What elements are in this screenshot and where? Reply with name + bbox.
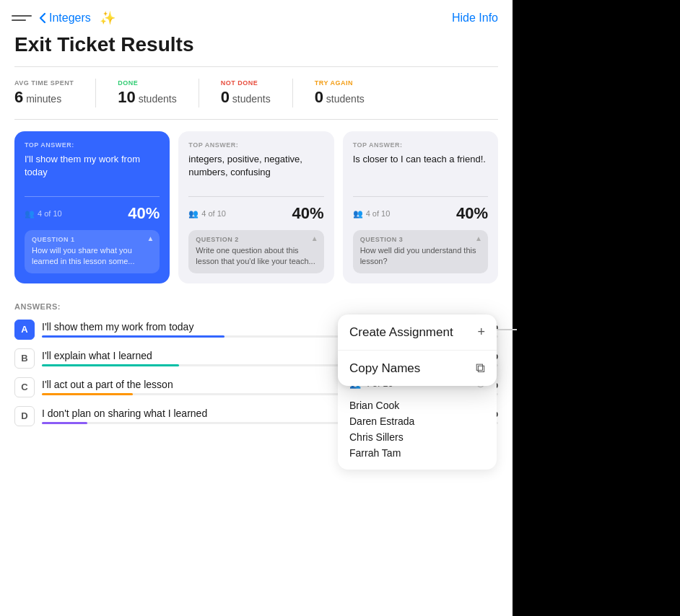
card-1-top-label: TOP ANSWER: bbox=[25, 141, 160, 149]
card-3-stats: 👥 4 of 10 40% bbox=[353, 204, 488, 223]
answer-bar-d bbox=[42, 422, 87, 424]
stat-divider-2 bbox=[199, 79, 199, 107]
card-3-top-label: TOP ANSWER: bbox=[353, 141, 488, 149]
stat-notdone-unit: students bbox=[230, 93, 271, 105]
stat-done: DONE 10 students bbox=[118, 79, 176, 107]
stat-tryagain-unit: students bbox=[323, 93, 365, 105]
card-3-question[interactable]: QUESTION 3 How well did you understand t… bbox=[353, 230, 488, 273]
sparkle-icon: ✨ bbox=[100, 10, 115, 26]
stat-divider-3 bbox=[292, 79, 293, 107]
top-bar-left: Integers ✨ bbox=[12, 10, 115, 26]
card-3-q-label: QUESTION 3 bbox=[360, 236, 481, 243]
answer-bar-c bbox=[42, 393, 133, 395]
card-2-divider bbox=[188, 196, 323, 197]
card-2-top-label: TOP ANSWER: bbox=[188, 141, 323, 149]
top-bar: Integers ✨ Hide Info bbox=[0, 0, 513, 33]
stat-done-value: 10 bbox=[118, 88, 135, 106]
card-1-q-text: How will you share what you learned in t… bbox=[32, 245, 152, 268]
card-2-q-text: Write one question about this lesson tha… bbox=[196, 245, 316, 268]
copy-names-button[interactable]: Copy Names ⧉ bbox=[338, 351, 497, 386]
answer-letter-d: D bbox=[14, 406, 35, 426]
chevron-up-icon-3: ▲ bbox=[475, 234, 482, 242]
answer-letter-b: B bbox=[14, 348, 35, 369]
answer-card-2[interactable]: TOP ANSWER: integers, positive, negative… bbox=[178, 131, 334, 283]
card-2-answer-text: integers, positive, negative, numbers, c… bbox=[188, 153, 323, 189]
stats-row: AVG TIME SPENT 6 minutes DONE 10 student… bbox=[0, 67, 513, 119]
card-2-q-label: QUESTION 2 bbox=[196, 236, 316, 243]
student-name-2: Daren Estrada bbox=[349, 413, 485, 429]
page-title: Exit Ticket Results bbox=[0, 33, 513, 66]
stat-notdone-label: NOT DONE bbox=[221, 79, 271, 87]
create-assignment-label: Create Assignment bbox=[349, 325, 453, 340]
student-name-4: Farrah Tam bbox=[349, 445, 485, 461]
card-2-count: 👥 4 of 10 bbox=[188, 209, 226, 219]
student-name-3: Chris Sillers bbox=[349, 429, 485, 445]
stat-try-again: TRY AGAIN 0 students bbox=[315, 79, 365, 107]
answer-letter-c: C bbox=[14, 377, 35, 397]
card-3-percent: 40% bbox=[456, 204, 488, 223]
card-1-divider bbox=[25, 196, 160, 197]
answer-text-a: I'll show them my work from today bbox=[42, 321, 193, 333]
answer-bar-b bbox=[42, 364, 179, 366]
answer-bar-a bbox=[42, 335, 225, 338]
card-3-count: 👥 4 of 10 bbox=[353, 209, 391, 219]
popup-arrow bbox=[497, 329, 517, 330]
answer-card-3[interactable]: TOP ANSWER: Is closer to I can teach a f… bbox=[343, 131, 498, 283]
copy-icon: ⧉ bbox=[476, 361, 485, 376]
stat-avg-value: 6 bbox=[14, 88, 23, 106]
chevron-up-icon-2: ▲ bbox=[311, 234, 318, 242]
hide-info-button[interactable]: Hide Info bbox=[452, 12, 498, 25]
create-assignment-button[interactable]: Create Assignment + bbox=[338, 314, 497, 351]
answer-card-1[interactable]: TOP ANSWER: I'll show them my work from … bbox=[14, 131, 170, 283]
card-1-count: 👥 4 of 10 bbox=[25, 209, 62, 219]
people-icon-2: 👥 bbox=[188, 209, 199, 219]
answer-letter-a: A bbox=[14, 320, 35, 340]
nav-back-label: Integers bbox=[49, 12, 91, 25]
stat-divider-1 bbox=[95, 79, 96, 107]
card-3-divider bbox=[353, 196, 488, 197]
stat-not-done: NOT DONE 0 students bbox=[221, 79, 271, 107]
card-1-stats: 👥 4 of 10 40% bbox=[25, 204, 160, 223]
stat-avg-unit: minutes bbox=[23, 93, 61, 105]
stat-notdone-value: 0 bbox=[221, 88, 230, 106]
student-name-1: Brian Cook bbox=[349, 397, 485, 413]
nav-back-button[interactable]: Integers bbox=[39, 12, 91, 25]
plus-icon: + bbox=[477, 325, 485, 340]
card-2-question[interactable]: QUESTION 2 Write one question about this… bbox=[188, 230, 323, 273]
stat-avg-label: AVG TIME SPENT bbox=[14, 79, 74, 87]
card-2-percent: 40% bbox=[292, 204, 324, 223]
stat-avg-time: AVG TIME SPENT 6 minutes bbox=[14, 79, 74, 107]
stat-tryagain-label: TRY AGAIN bbox=[315, 79, 365, 87]
card-2-stats: 👥 4 of 10 40% bbox=[188, 204, 323, 223]
card-1-question[interactable]: QUESTION 1 How will you share what you l… bbox=[25, 230, 160, 273]
copy-names-label: Copy Names bbox=[349, 361, 420, 376]
chevron-up-icon-1: ▲ bbox=[147, 234, 154, 242]
people-icon-1: 👥 bbox=[25, 209, 35, 219]
people-icon-3: 👥 bbox=[353, 209, 363, 219]
popup-menu: Create Assignment + Copy Names ⧉ bbox=[338, 314, 497, 386]
stats-divider bbox=[14, 119, 498, 120]
card-3-answer-text: Is closer to I can teach a friend!. bbox=[353, 153, 488, 189]
sidebar-toggle-button[interactable] bbox=[12, 10, 32, 26]
card-1-percent: 40% bbox=[128, 204, 160, 223]
answers-label: ANSWERS: bbox=[14, 302, 498, 311]
answer-text-d: I don't plan on sharing what I learned bbox=[42, 408, 207, 419]
answer-text-c: I'll act out a part of the lesson bbox=[42, 379, 173, 390]
cards-row: TOP ANSWER: I'll show them my work from … bbox=[0, 131, 513, 295]
stat-done-unit: students bbox=[136, 93, 177, 105]
answer-text-b: I'll explain what I learned bbox=[42, 350, 152, 361]
card-1-q-label: QUESTION 1 bbox=[32, 236, 152, 243]
card-1-answer-text: I'll show them my work from today bbox=[25, 153, 160, 189]
stat-done-label: DONE bbox=[118, 79, 176, 87]
card-3-q-text: How well did you understand this lesson? bbox=[360, 245, 481, 268]
stat-tryagain-value: 0 bbox=[315, 88, 323, 106]
